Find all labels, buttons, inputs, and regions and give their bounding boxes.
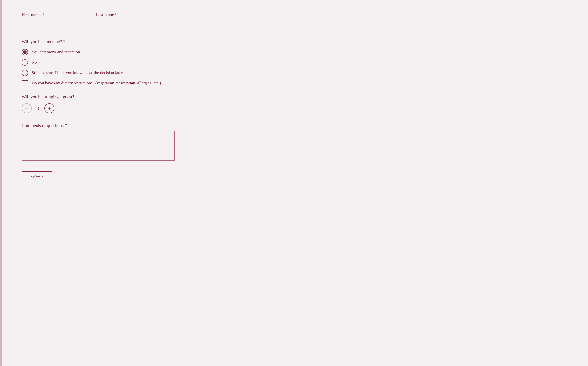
comments-label: Comments or questions *	[22, 123, 568, 128]
guest-count-value: 0	[36, 106, 40, 111]
radio-ceremony-reception-input[interactable]	[22, 49, 28, 55]
first-name-group: First name *	[22, 12, 88, 31]
guest-decrement-button[interactable]: −	[22, 103, 32, 113]
dietary-checkbox-input[interactable]	[22, 80, 28, 86]
guest-increment-button[interactable]: +	[44, 103, 54, 113]
radio-no-input[interactable]	[22, 59, 28, 66]
left-accent-bar	[0, 0, 2, 366]
submit-button[interactable]: Submit	[22, 171, 52, 183]
last-name-group: Last name *	[96, 12, 162, 31]
radio-not-sure-label: Still not sure. I'll let you know about …	[32, 70, 123, 75]
radio-not-sure-input[interactable]	[22, 70, 28, 76]
attending-label: Will you be attending? *	[22, 39, 568, 44]
radio-no[interactable]: No	[22, 59, 568, 66]
dietary-checkbox-label: Do you have any dietary restrictions? (v…	[32, 81, 161, 86]
guest-stepper: − 0 +	[22, 103, 568, 113]
radio-ceremony-reception[interactable]: Yes, ceremony and reception	[22, 49, 568, 55]
guest-label: Will you be bringing a guest?	[22, 94, 568, 100]
radio-ceremony-reception-label: Yes, ceremony and reception	[32, 50, 80, 55]
radio-not-sure[interactable]: Still not sure. I'll let you know about …	[22, 70, 568, 76]
first-name-label: First name *	[22, 12, 88, 18]
comments-section: Comments or questions *	[22, 123, 568, 162]
name-row: First name * Last name *	[22, 12, 568, 31]
first-name-input[interactable]	[22, 20, 88, 31]
last-name-input[interactable]	[96, 20, 162, 31]
comments-textarea[interactable]	[22, 131, 175, 161]
last-name-label: Last name *	[96, 12, 162, 18]
guest-section: Will you be bringing a guest? − 0 +	[22, 94, 568, 113]
radio-no-label: No	[32, 60, 37, 65]
attending-section: Will you be attending? * Yes, ceremony a…	[22, 39, 568, 86]
dietary-checkbox-option[interactable]: Do you have any dietary restrictions? (v…	[22, 80, 568, 86]
